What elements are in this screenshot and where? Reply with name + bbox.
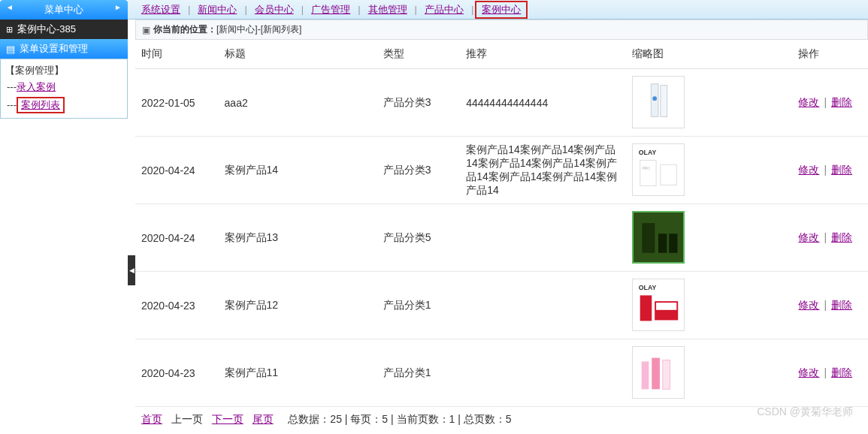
breadcrumb: ▣ 你当前的位置： [新闻中心]-[新闻列表] xyxy=(135,20,868,40)
cell-actions: 修改|删除 xyxy=(792,204,868,272)
document-icon: ▣ xyxy=(142,25,150,35)
delete-link[interactable]: 删除 xyxy=(831,231,852,243)
nav-system-settings[interactable]: 系统设置 xyxy=(135,2,186,18)
thumbnail-image xyxy=(632,76,685,128)
sidebar-subtitle: ⊞ 案例中心-385 xyxy=(0,20,128,39)
svg-rect-19 xyxy=(642,361,649,389)
nav-product-center[interactable]: 产品中心 xyxy=(419,2,470,18)
svg-text:OLAY: OLAY xyxy=(639,283,657,291)
delete-link[interactable]: 删除 xyxy=(831,96,852,108)
cell-title: 案例产品14 xyxy=(219,137,377,204)
header-action: 操作 xyxy=(792,40,868,69)
cell-recommend xyxy=(460,272,626,339)
edit-link[interactable]: 修改 xyxy=(798,231,819,243)
pagination: 首页 上一页 下一页 尾页 总数据：25 | 每页：5 | 当前页数：1 | 总… xyxy=(135,407,868,432)
cell-type: 产品分类3 xyxy=(377,137,461,204)
cell-thumb xyxy=(626,339,792,407)
header-thumb: 缩略图 xyxy=(626,40,792,69)
svg-rect-21 xyxy=(663,360,670,389)
page-next[interactable]: 下一页 xyxy=(212,413,243,425)
thumbnail-image: OLAY xyxy=(632,279,685,331)
cell-recommend: 44444444444444 xyxy=(460,69,626,137)
table-row: 2020-04-23案例产品11产品分类1修改|删除 xyxy=(135,339,868,407)
cell-type: 产品分类3 xyxy=(377,69,461,137)
page-last[interactable]: 尾页 xyxy=(253,413,274,425)
nav-other-management[interactable]: 其他管理 xyxy=(362,2,413,18)
cell-type: 产品分类5 xyxy=(377,204,461,272)
nav-member-center[interactable]: 会员中心 xyxy=(249,2,300,18)
item-prefix: --- xyxy=(7,99,17,110)
top-nav: 系统设置| 新闻中心| 会员中心| 广告管理| 其他管理| 产品中心| 案例中心 xyxy=(0,0,868,20)
cell-title: 案例产品13 xyxy=(219,204,377,272)
cell-thumb: OLAY xyxy=(626,272,792,339)
cell-recommend: 案例产品14案例产品14案例产品14案例产品14案例产品14案例产品14案例产品… xyxy=(460,137,626,204)
cell-title: aaa2 xyxy=(219,69,377,137)
item-prefix: --- xyxy=(7,81,17,92)
table-row: 2020-04-23案例产品12产品分类1OLAY修改|删除 xyxy=(135,272,868,339)
sidebar-title: 菜单中心 xyxy=(0,0,128,20)
svg-text:PRO: PRO xyxy=(643,167,651,170)
sidebar-menu-header: ▤ 菜单设置和管理 xyxy=(0,39,128,59)
table-row: 2020-04-24案例产品13产品分类5修改|删除 xyxy=(135,204,868,272)
sidebar-group-label: 【案例管理】 xyxy=(4,62,124,79)
svg-rect-6 xyxy=(640,160,656,185)
cell-thumb xyxy=(626,204,792,272)
cell-type: 产品分类1 xyxy=(377,272,461,339)
grid-icon: ⊞ xyxy=(6,25,13,35)
svg-rect-8 xyxy=(661,164,676,185)
table-header-row: 时间 标题 类型 推荐 缩略图 操作 xyxy=(135,40,868,69)
delete-link[interactable]: 删除 xyxy=(831,299,852,311)
edit-link[interactable]: 修改 xyxy=(798,299,819,311)
svg-rect-17 xyxy=(656,303,676,310)
sidebar: 菜单中心 ⊞ 案例中心-385 ▤ 菜单设置和管理 【案例管理】 ---录入案例… xyxy=(0,0,128,119)
sidebar-subtitle-text: 案例中心-385 xyxy=(17,23,76,36)
cell-actions: 修改|删除 xyxy=(792,272,868,339)
sidebar-item-case-list[interactable]: ---案例列表 xyxy=(4,95,124,115)
delete-link[interactable]: 删除 xyxy=(831,366,852,378)
cell-actions: 修改|删除 xyxy=(792,69,868,137)
cell-type: 产品分类1 xyxy=(377,339,461,407)
cell-title: 案例产品12 xyxy=(219,272,377,339)
svg-point-3 xyxy=(653,96,658,101)
table-row: 2022-01-05aaa2产品分类344444444444444修改|删除 xyxy=(135,69,868,137)
cell-thumb: OLAYPRO xyxy=(626,137,792,204)
sidebar-collapse-handle[interactable]: ◀ xyxy=(128,255,135,285)
cell-title: 案例产品11 xyxy=(219,339,377,407)
cell-recommend xyxy=(460,339,626,407)
cell-thumb xyxy=(626,69,792,137)
header-recommend: 推荐 xyxy=(460,40,626,69)
edit-link[interactable]: 修改 xyxy=(798,366,819,378)
cell-time: 2020-04-24 xyxy=(135,137,219,204)
svg-rect-10 xyxy=(643,223,655,253)
cell-time: 2022-01-05 xyxy=(135,69,219,137)
edit-link[interactable]: 修改 xyxy=(798,164,819,176)
main-content: 时间 标题 类型 推荐 缩略图 操作 2022-01-05aaa2产品分类344… xyxy=(135,40,868,432)
svg-text:OLAY: OLAY xyxy=(639,148,657,155)
header-time: 时间 xyxy=(135,40,219,69)
sidebar-menu-header-text: 菜单设置和管理 xyxy=(20,42,88,56)
list-icon: ▤ xyxy=(6,44,15,55)
thumbnail-image xyxy=(632,211,685,264)
thumbnail-image: OLAYPRO xyxy=(632,143,685,196)
delete-link[interactable]: 删除 xyxy=(831,164,852,176)
sidebar-link-list[interactable]: 案例列表 xyxy=(17,97,65,113)
table-row: 2020-04-24案例产品14产品分类3案例产品14案例产品14案例产品14案… xyxy=(135,137,868,204)
nav-case-center[interactable]: 案例中心 xyxy=(475,1,528,19)
sidebar-item-add-case[interactable]: ---录入案例 xyxy=(4,79,124,95)
header-title: 标题 xyxy=(219,40,377,69)
page-stats: 总数据：25 | 每页：5 | 当前页数：1 | 总页数：5 xyxy=(288,413,511,425)
nav-news-center[interactable]: 新闻中心 xyxy=(192,2,243,18)
sidebar-body: 【案例管理】 ---录入案例 ---案例列表 xyxy=(0,59,128,119)
cell-recommend xyxy=(460,204,626,272)
cell-actions: 修改|删除 xyxy=(792,137,868,204)
edit-link[interactable]: 修改 xyxy=(798,96,819,108)
cell-time: 2020-04-24 xyxy=(135,204,219,272)
page-first[interactable]: 首页 xyxy=(141,413,162,425)
nav-ad-management[interactable]: 广告管理 xyxy=(305,2,356,18)
sidebar-link-add[interactable]: 录入案例 xyxy=(17,81,56,92)
breadcrumb-path: [新闻中心]-[新闻列表] xyxy=(216,23,301,36)
case-table: 时间 标题 类型 推荐 缩略图 操作 2022-01-05aaa2产品分类344… xyxy=(135,40,868,407)
page-prev: 上一页 xyxy=(171,413,203,425)
svg-rect-20 xyxy=(652,357,661,389)
header-type: 类型 xyxy=(377,40,461,69)
